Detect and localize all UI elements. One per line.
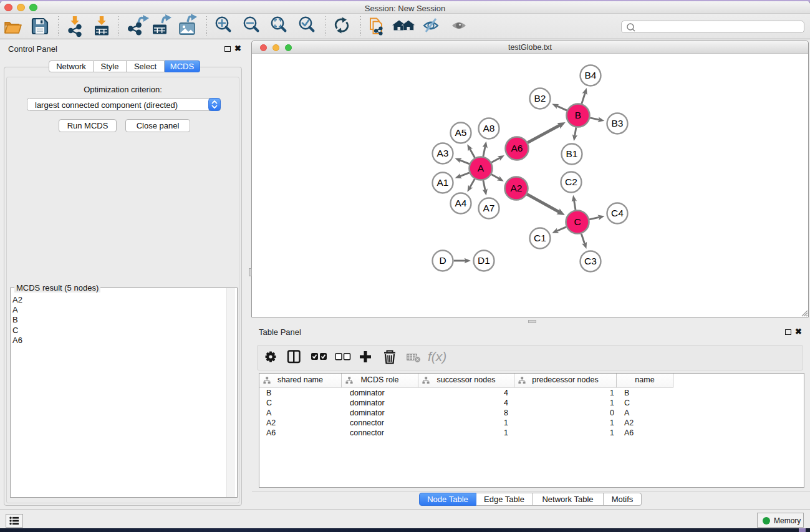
svg-text:A7: A7	[483, 203, 495, 213]
svg-text:B3: B3	[612, 118, 624, 128]
svg-text:C2: C2	[565, 177, 577, 187]
svg-text:B1: B1	[566, 148, 578, 159]
svg-text:C4: C4	[611, 208, 624, 218]
svg-text:B: B	[575, 110, 581, 120]
svg-text:f(x): f(x)	[428, 349, 446, 364]
svg-text:A3: A3	[437, 148, 449, 158]
svg-text:A2: A2	[511, 183, 523, 193]
svg-text:D: D	[439, 255, 446, 266]
svg-text:B4: B4	[585, 70, 597, 80]
svg-text:C: C	[574, 216, 581, 227]
svg-text:C1: C1	[534, 233, 546, 243]
svg-text:A: A	[478, 163, 485, 173]
svg-text:A6: A6	[511, 143, 523, 153]
svg-text:D1: D1	[478, 255, 490, 266]
svg-text:C3: C3	[584, 256, 597, 266]
svg-text:A5: A5	[455, 127, 467, 138]
svg-text:A8: A8	[483, 123, 495, 133]
svg-text:A1: A1	[437, 177, 449, 188]
svg-text:B2: B2	[534, 93, 546, 104]
svg-text:A4: A4	[455, 198, 467, 208]
